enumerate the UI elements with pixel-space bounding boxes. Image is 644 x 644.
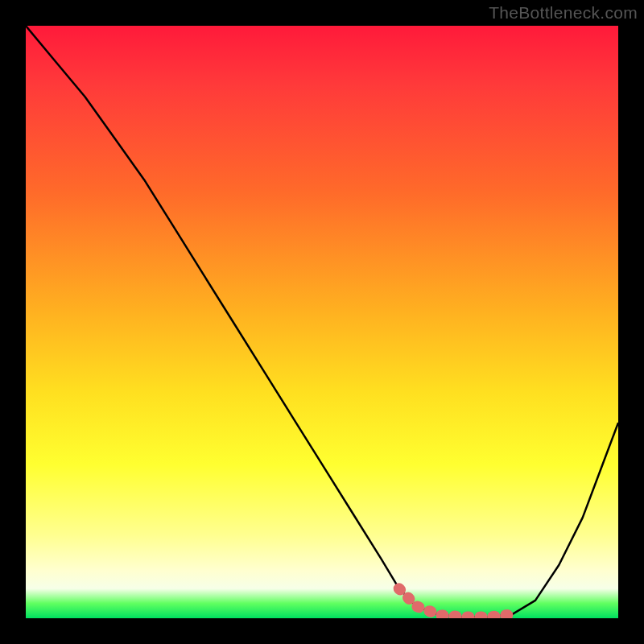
chart-frame: TheBottleneck.com <box>0 0 644 644</box>
curve-layer <box>26 26 618 618</box>
plot-area <box>26 26 618 618</box>
attribution-text: TheBottleneck.com <box>489 3 638 23</box>
main-curve <box>26 26 618 617</box>
valley-highlight <box>399 588 512 617</box>
